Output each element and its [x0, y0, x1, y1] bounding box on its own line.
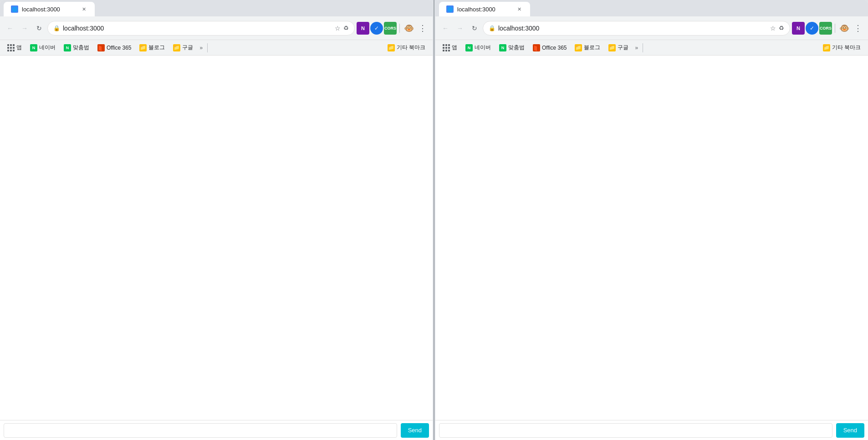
left-address-bar[interactable]: 🔒 localhost:3000 ☆ ♻ — [47, 21, 355, 36]
right-bottom-bar: Send — [435, 420, 868, 440]
right-bm-apps[interactable]: 앱 — [439, 42, 461, 53]
right-avatar-ext[interactable]: 🐵 — [838, 22, 851, 35]
right-bm-office365-label: Office 365 — [542, 45, 567, 51]
right-bookmarks-bar: 앱 N 네이버 N 맞춤법 Office 365 📁 블로그 📁 구글 — [435, 40, 868, 56]
left-more-button[interactable]: ⋮ — [416, 22, 429, 35]
left-cors-ext[interactable]: CORS — [384, 22, 397, 35]
right-browser-window: 🌐 localhost:3000 ✕ ← → ↻ 🔒 localhost:300… — [435, 0, 868, 440]
right-bm-other[interactable]: 📁 기타 북마크 — [819, 42, 864, 53]
right-extension-icons: N ✓ CORS 🐵 ⋮ — [792, 22, 864, 35]
right-bm-matchumbeop-label: 맞춤법 — [508, 44, 525, 51]
right-office365-icon — [533, 44, 540, 51]
left-bm-apps-label: 앱 — [16, 44, 22, 51]
right-bm-google[interactable]: 📁 구글 — [605, 42, 632, 53]
right-page-content — [435, 56, 868, 420]
left-star-icon[interactable]: ☆ — [335, 25, 341, 32]
right-matchumbeop-icon: N — [499, 44, 506, 51]
right-apps-grid-icon — [443, 44, 450, 51]
left-bookmarks-bar: 앱 N 네이버 N 맞춤법 Office 365 📁 블로그 📁 구글 — [0, 40, 433, 56]
right-lock-icon: 🔒 — [489, 25, 495, 31]
left-lock-icon: 🔒 — [53, 25, 60, 31]
left-bm-separator — [207, 43, 208, 52]
left-bm-naver1-label: 네이버 — [39, 44, 56, 51]
left-bm-google[interactable]: 📁 구글 — [169, 42, 197, 53]
right-bm-more[interactable]: » — [633, 43, 640, 53]
right-address-bar[interactable]: 🔒 localhost:3000 ☆ ♻ — [483, 21, 790, 36]
left-bm-naver1[interactable]: N 네이버 — [26, 42, 59, 53]
left-avatar-ext[interactable]: 🐵 — [403, 22, 415, 35]
right-tab-title: localhost:3000 — [457, 6, 512, 13]
left-apps-grid-icon — [7, 44, 15, 51]
left-tab-favicon: 🌐 — [11, 5, 18, 13]
left-browser-window: 🌐 localhost:3000 ✕ ← → ↻ 🔒 localhost:300… — [0, 0, 433, 440]
left-office365-icon — [97, 44, 105, 51]
left-bm-apps[interactable]: 앱 — [4, 42, 26, 53]
right-bm-blog[interactable]: 📁 블로그 — [571, 42, 604, 53]
left-tab-title: localhost:3000 — [22, 6, 77, 13]
right-bm-apps-label: 앱 — [452, 44, 457, 51]
right-nav-bar: ← → ↻ 🔒 localhost:3000 ☆ ♻ N ✓ CORS 🐵 ⋮ — [435, 16, 868, 40]
left-bottom-bar: Send — [0, 420, 433, 440]
left-send-button[interactable]: Send — [401, 423, 429, 438]
right-tab-bar: 🌐 localhost:3000 ✕ — [435, 0, 868, 16]
right-chat-input[interactable] — [439, 423, 832, 438]
right-back-button[interactable]: ← — [439, 22, 452, 35]
left-bm-office365[interactable]: Office 365 — [94, 42, 135, 53]
left-matchumbeop-icon: N — [64, 44, 71, 51]
left-blog-icon: 📁 — [139, 44, 147, 51]
left-tab-bar: 🌐 localhost:3000 ✕ — [0, 0, 433, 16]
left-reload-button[interactable]: ↻ — [33, 22, 46, 35]
left-bm-blog-label: 블로그 — [148, 44, 165, 51]
left-tab-close[interactable]: ✕ — [80, 5, 87, 13]
left-nav-bar: ← → ↻ 🔒 localhost:3000 ☆ ♻ N ✓ CORS 🐵 ⋮ — [0, 16, 433, 40]
right-tab-favicon: 🌐 — [446, 5, 454, 13]
left-page-content — [0, 56, 433, 420]
left-blue-ext[interactable]: ✓ — [370, 22, 383, 35]
right-reload-button[interactable]: ↻ — [468, 22, 481, 35]
left-other-folder-icon: 📁 — [388, 44, 395, 51]
left-bm-other[interactable]: 📁 기타 북마크 — [384, 42, 429, 53]
right-tab-close[interactable]: ✕ — [516, 5, 523, 13]
left-bm-matchumbeop[interactable]: N 맞춤법 — [60, 42, 93, 53]
right-bm-naver1-label: 네이버 — [475, 44, 491, 51]
left-naver1-icon: N — [30, 44, 37, 51]
right-other-folder-icon: 📁 — [823, 44, 830, 51]
left-bm-other-label: 기타 북마크 — [397, 44, 425, 51]
right-bm-office365[interactable]: Office 365 — [529, 42, 570, 53]
left-bm-office365-label: Office 365 — [107, 45, 131, 51]
left-bm-more[interactable]: » — [198, 43, 204, 53]
left-active-tab[interactable]: 🌐 localhost:3000 ✕ — [4, 2, 95, 16]
right-share-icon[interactable]: ♻ — [779, 25, 784, 31]
left-back-button[interactable]: ← — [4, 22, 16, 35]
left-bm-google-label: 구글 — [182, 44, 193, 51]
right-bm-matchumbeop[interactable]: N 맞춤법 — [495, 42, 528, 53]
left-forward-button[interactable]: → — [18, 22, 31, 35]
right-blue-ext[interactable]: ✓ — [806, 22, 818, 35]
left-bm-matchumbeop-label: 맞춤법 — [73, 44, 89, 51]
right-more-button[interactable]: ⋮ — [852, 22, 864, 35]
right-naver1-icon: N — [465, 44, 473, 51]
left-google-icon: 📁 — [173, 44, 180, 51]
left-chat-input[interactable] — [4, 423, 397, 438]
right-forward-button[interactable]: → — [454, 22, 466, 35]
right-send-button[interactable]: Send — [836, 423, 864, 438]
right-bm-blog-label: 블로그 — [584, 44, 600, 51]
right-bm-naver1[interactable]: N 네이버 — [462, 42, 495, 53]
right-active-tab[interactable]: 🌐 localhost:3000 ✕ — [439, 2, 530, 16]
right-cors-ext[interactable]: CORS — [819, 22, 832, 35]
right-star-icon[interactable]: ☆ — [770, 25, 776, 32]
right-bm-google-label: 구글 — [618, 44, 628, 51]
right-url-text: localhost:3000 — [498, 25, 767, 32]
right-onenote-ext[interactable]: N — [792, 22, 805, 35]
right-bm-separator — [643, 43, 643, 52]
left-url-text: localhost:3000 — [63, 25, 332, 32]
left-onenote-ext[interactable]: N — [357, 22, 369, 35]
browser-divider — [434, 0, 434, 440]
right-bm-other-label: 기타 북마크 — [832, 44, 861, 51]
right-nav-separator — [835, 24, 835, 33]
right-google-icon: 📁 — [608, 44, 616, 51]
left-nav-separator — [399, 24, 400, 33]
left-bm-blog[interactable]: 📁 블로그 — [136, 42, 168, 53]
left-share-icon[interactable]: ♻ — [343, 25, 349, 31]
left-extension-icons: N ✓ CORS 🐵 ⋮ — [357, 22, 429, 35]
